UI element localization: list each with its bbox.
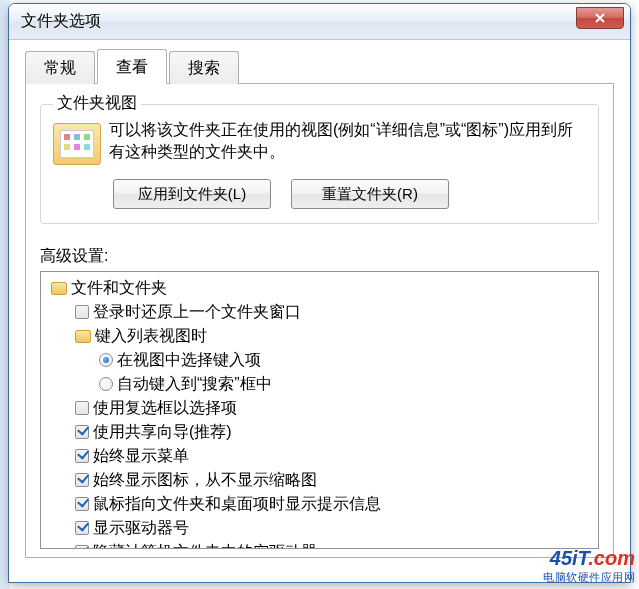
folder-options-dialog: 文件夹选项 常规 查看 搜索 文件夹视图 可以将该文件夹正在使用的视图(例如“详…	[8, 3, 631, 583]
tree-item-0: 文件和文件夹	[47, 276, 592, 300]
folder-icon	[75, 330, 91, 343]
tree-item-8[interactable]: 始终显示图标，从不显示缩略图	[47, 468, 592, 492]
tree-item-label: 始终显示菜单	[93, 444, 189, 468]
tree-item-label: 隐藏计算机文件夹中的空驱动器	[93, 540, 317, 549]
folder-icon	[51, 282, 67, 295]
radio-icon	[99, 377, 113, 391]
folder-view-icon	[53, 123, 101, 165]
tab-search[interactable]: 搜索	[169, 51, 239, 84]
radio-icon	[99, 353, 113, 367]
tree-item-7[interactable]: 始终显示菜单	[47, 444, 592, 468]
titlebar[interactable]: 文件夹选项	[9, 4, 630, 40]
tree-item-3[interactable]: 在视图中选择键入项	[47, 348, 592, 372]
tree-item-label: 自动键入到“搜索”框中	[117, 372, 272, 396]
checkbox-icon	[75, 401, 89, 415]
advanced-settings-label: 高级设置:	[40, 246, 599, 267]
window-title: 文件夹选项	[21, 11, 576, 32]
watermark: 45iT.com 电脑软硬件应用网	[543, 547, 635, 585]
tree-item-9[interactable]: 鼠标指向文件夹和桌面项时显示提示信息	[47, 492, 592, 516]
tree-item-4[interactable]: 自动键入到“搜索”框中	[47, 372, 592, 396]
apply-to-folders-button[interactable]: 应用到文件夹(L)	[113, 179, 271, 209]
checkbox-icon	[75, 305, 89, 319]
tree-item-label: 使用共享向导(推荐)	[93, 420, 232, 444]
reset-folders-button[interactable]: 重置文件夹(R)	[291, 179, 449, 209]
tree-item-label: 文件和文件夹	[71, 276, 167, 300]
tree-item-6[interactable]: 使用共享向导(推荐)	[47, 420, 592, 444]
tree-item-10[interactable]: 显示驱动器号	[47, 516, 592, 540]
advanced-settings-tree[interactable]: 文件和文件夹登录时还原上一个文件夹窗口键入列表视图时在视图中选择键入项自动键入到…	[40, 271, 599, 549]
tree-item-1[interactable]: 登录时还原上一个文件夹窗口	[47, 300, 592, 324]
checkbox-icon	[75, 449, 89, 463]
tab-general[interactable]: 常规	[25, 51, 95, 84]
tab-panel-view: 文件夹视图 可以将该文件夹正在使用的视图(例如“详细信息”或“图标”)应用到所有…	[25, 84, 614, 558]
tree-item-label: 使用复选框以选择项	[93, 396, 237, 420]
watermark-text-2: .com	[588, 547, 635, 569]
folder-view-group-title: 文件夹视图	[53, 93, 141, 114]
tree-item-label: 始终显示图标，从不显示缩略图	[93, 468, 317, 492]
tree-item-11[interactable]: 隐藏计算机文件夹中的空驱动器	[47, 540, 592, 549]
folder-view-group: 文件夹视图 可以将该文件夹正在使用的视图(例如“详细信息”或“图标”)应用到所有…	[40, 104, 599, 224]
tree-item-label: 鼠标指向文件夹和桌面项时显示提示信息	[93, 492, 381, 516]
watermark-text-1: 45iT	[550, 547, 589, 569]
tree-item-2: 键入列表视图时	[47, 324, 592, 348]
tree-item-label: 在视图中选择键入项	[117, 348, 261, 372]
tree-item-label: 登录时还原上一个文件夹窗口	[93, 300, 301, 324]
tree-item-5[interactable]: 使用复选框以选择项	[47, 396, 592, 420]
folder-view-description: 可以将该文件夹正在使用的视图(例如“详细信息”或“图标”)应用到所有这种类型的文…	[109, 119, 586, 162]
checkbox-icon	[75, 497, 89, 511]
checkbox-icon	[75, 425, 89, 439]
close-button[interactable]	[576, 7, 624, 29]
tab-strip: 常规 查看 搜索	[25, 50, 614, 84]
tree-item-label: 键入列表视图时	[95, 324, 207, 348]
checkbox-icon	[75, 473, 89, 487]
dialog-content: 常规 查看 搜索 文件夹视图 可以将该文件夹正在使用的视图(例如“详细信息”或“…	[9, 40, 630, 568]
close-icon	[594, 12, 606, 24]
tab-view[interactable]: 查看	[97, 49, 167, 84]
checkbox-icon	[75, 521, 89, 535]
tree-item-label: 显示驱动器号	[93, 516, 189, 540]
checkbox-icon	[75, 545, 89, 549]
watermark-subtitle: 电脑软硬件应用网	[543, 570, 635, 585]
